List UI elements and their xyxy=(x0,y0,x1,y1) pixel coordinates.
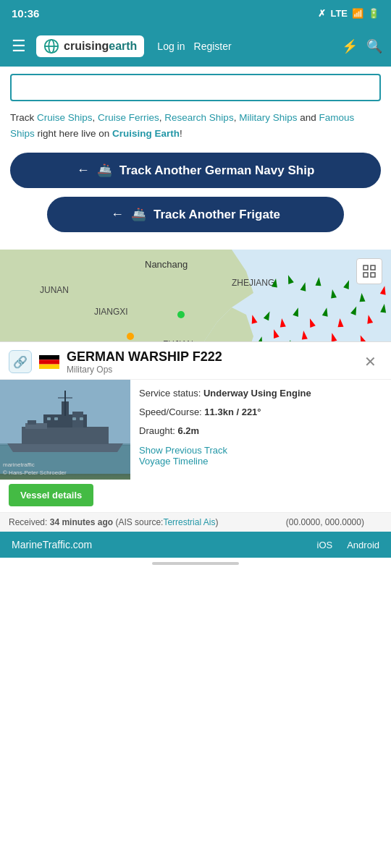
site-name: MarineTraffic.com xyxy=(12,539,92,550)
link-icon: 🔗 xyxy=(13,355,28,369)
track-navy-label: Track Another German Navy Ship xyxy=(119,163,315,178)
ais-close: ) xyxy=(215,517,218,527)
svg-text:JIANGXI: JIANGXI xyxy=(94,307,128,317)
svg-marker-89 xyxy=(7,443,123,452)
received-bar: Received: 34 minutes ago (AIS source:Ter… xyxy=(0,512,391,532)
german-flag xyxy=(39,355,59,369)
search-icon[interactable]: 🔍 xyxy=(366,38,382,54)
svg-rect-96 xyxy=(28,420,36,425)
info-card-header: 🔗 GERMAN WARSHIP F222 Military Ops ✕ xyxy=(0,342,391,380)
track-frigate-button[interactable]: ← 🚢 Track Another Frigate xyxy=(47,197,344,232)
map-section: JUNAN JIANGXI ZHEJIANG Nanchang FUJIAN Q… xyxy=(0,250,391,532)
platform-links: iOS Android xyxy=(317,540,379,550)
hamburger-menu[interactable]: ☰ xyxy=(9,34,29,59)
coords: (00.0000, 000.0000) xyxy=(286,517,364,527)
ship-icon: 🚢 xyxy=(97,163,112,178)
show-previous-track-link[interactable]: Show Previous Track xyxy=(139,445,374,456)
ais-source-link[interactable]: Terrestrial Ais xyxy=(163,517,215,527)
lte-label: LTE xyxy=(330,8,348,19)
track-frigate-label: Track Another Frigate xyxy=(154,208,280,222)
svg-rect-100 xyxy=(72,417,76,420)
signal-icon: 📶 xyxy=(352,8,363,19)
photo-attribution: marinetraffic © Hans-Peter Schroeder xyxy=(3,461,67,477)
service-status-label: Service status: xyxy=(139,388,203,399)
bluetooth-icon: ✗ xyxy=(318,8,326,19)
bottom-bar: MarineTraffic.com iOS Android xyxy=(0,532,391,558)
ship-silhouette-svg xyxy=(0,380,130,474)
received-label: Received: xyxy=(9,517,50,527)
cruise-ferries-link[interactable]: Cruise Ferries xyxy=(98,112,159,123)
military-ships-link[interactable]: Military Ships xyxy=(239,112,297,123)
svg-rect-81 xyxy=(363,273,368,277)
back-arrow-icon: ← xyxy=(77,163,90,178)
voyage-timeline-link[interactable]: Voyage Timeline xyxy=(139,456,374,467)
svg-rect-85 xyxy=(39,364,59,368)
svg-rect-80 xyxy=(371,265,375,270)
back-arrow-icon-2: ← xyxy=(111,207,124,222)
svg-rect-98 xyxy=(47,417,51,420)
logo-text: cruisingearth xyxy=(64,40,137,53)
register-link[interactable]: Register xyxy=(194,41,232,52)
speed-course: Speed/Course: 11.3kn / 221° xyxy=(139,406,382,419)
track-section: Track Cruise Ships, Cruise Ferries, Rese… xyxy=(0,101,391,247)
brand-name: Cruising Earth xyxy=(112,128,180,139)
login-link[interactable]: Log in xyxy=(157,41,185,52)
logo-box[interactable]: cruisingearth xyxy=(36,35,144,57)
speed-value: 11.3kn / 221° xyxy=(204,407,261,417)
ship-name: GERMAN WARSHIP F222 xyxy=(67,349,222,365)
cruise-ships-link[interactable]: Cruise Ships xyxy=(37,112,93,123)
info-card-body: marinetraffic © Hans-Peter Schroeder Ser… xyxy=(0,380,391,480)
scroll-indicator xyxy=(152,562,239,565)
map-grid-button[interactable] xyxy=(356,258,382,284)
research-ships-link[interactable]: Research Ships xyxy=(164,112,233,123)
status-time: 10:36 xyxy=(12,7,39,20)
svg-text:JUNAN: JUNAN xyxy=(40,285,69,295)
track-text: Track Cruise Ships, Cruise Ferries, Rese… xyxy=(10,110,381,141)
ship-photo: marinetraffic © Hans-Peter Schroeder xyxy=(0,380,130,480)
svg-rect-99 xyxy=(54,417,58,420)
ios-link[interactable]: iOS xyxy=(317,540,333,550)
svg-rect-90 xyxy=(22,427,109,444)
search-bar[interactable] xyxy=(10,74,381,101)
lightning-icon[interactable]: ⚡ xyxy=(342,38,358,54)
info-card: 🔗 GERMAN WARSHIP F222 Military Ops ✕ xyxy=(0,341,391,532)
show-track-section: Show Previous Track Voyage Timeline xyxy=(139,443,382,472)
ship-type: Military Ops xyxy=(67,365,222,375)
svg-text:Nanchang: Nanchang xyxy=(145,259,188,270)
vessel-details-button[interactable]: Vessel details xyxy=(9,484,93,506)
grid-icon xyxy=(363,265,376,278)
nav-links: Log in Register xyxy=(157,41,231,52)
svg-rect-79 xyxy=(363,265,368,270)
ship-details: Service status: Underway Using Engine Sp… xyxy=(130,380,391,480)
draught: Draught: 6.2m xyxy=(139,425,382,438)
svg-rect-101 xyxy=(80,417,83,420)
ship-name-group: GERMAN WARSHIP F222 Military Ops xyxy=(67,349,222,375)
search-bar-wrapper xyxy=(0,67,391,101)
service-status: Service status: Underway Using Engine xyxy=(139,387,382,400)
battery-icon: 🔋 xyxy=(368,8,379,19)
navbar: ☰ cruisingearth Log in Register ⚡ 🔍 xyxy=(0,26,391,67)
service-status-value: Underway Using Engine xyxy=(203,388,311,399)
svg-rect-83 xyxy=(39,355,59,359)
status-bar: 10:36 ✗ LTE 📶 🔋 xyxy=(0,0,391,26)
draught-value: 6.2m xyxy=(177,425,199,436)
nav-icons: ⚡ 🔍 xyxy=(342,38,382,54)
android-link[interactable]: Android xyxy=(347,540,379,550)
speed-label: Speed/Course: xyxy=(139,407,204,417)
close-button[interactable]: ✕ xyxy=(358,350,382,373)
svg-rect-84 xyxy=(39,359,59,364)
draught-label: Draught: xyxy=(139,425,177,436)
svg-point-78 xyxy=(127,333,134,340)
link-icon-box[interactable]: 🔗 xyxy=(9,350,32,373)
globe-icon xyxy=(43,38,59,54)
svg-text:ZHEJIANG: ZHEJIANG xyxy=(232,278,274,288)
svg-rect-82 xyxy=(371,273,375,277)
status-right: ✗ LTE 📶 🔋 xyxy=(318,8,379,19)
received-time: 34 minutes ago xyxy=(50,517,113,527)
ais-source-label: (AIS source: xyxy=(113,517,163,527)
svg-point-77 xyxy=(177,311,185,318)
ship-icon-2: 🚢 xyxy=(131,207,146,222)
track-german-navy-button[interactable]: ← 🚢 Track Another German Navy Ship xyxy=(10,153,381,188)
